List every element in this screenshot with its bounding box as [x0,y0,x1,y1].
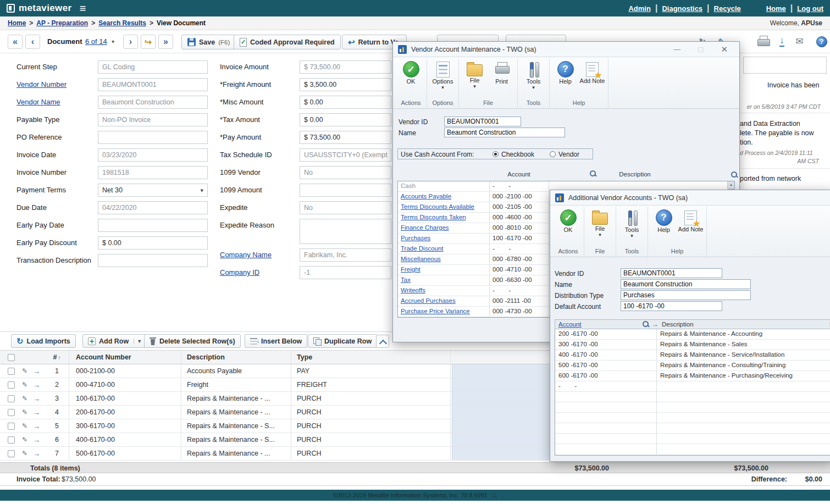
email-button[interactable] [793,35,806,48]
recycle-link[interactable]: Recycle [714,4,741,13]
edit-row-icon[interactable] [22,450,27,457]
account-cell[interactable]: 600 -6170 -00 [555,371,657,381]
vendor-number-link[interactable]: Vendor Number [16,80,67,88]
account-cell[interactable]: 000 -6780 -00 [490,254,549,264]
download-button[interactable] [775,35,789,48]
default-account-field[interactable]: 100 -6170 -00 [621,301,722,311]
payment-terms-select[interactable]: Net 30 [98,184,208,197]
scroll-up-icon[interactable] [728,181,734,188]
row-checkbox[interactable] [8,436,15,444]
row-checkbox[interactable] [8,368,15,375]
breadcrumb-home[interactable]: Home [8,19,26,27]
menu-icon[interactable] [80,3,86,14]
invoice-date-field[interactable]: 03/23/2020 [98,148,208,162]
name-field[interactable]: Beaumont Construction [621,279,751,289]
description-cell[interactable] [657,381,830,391]
account-cell[interactable]: 500 -6170 -00 [555,361,657,370]
row-checkbox[interactable] [8,409,15,416]
due-date-field[interactable]: 04/22/2020 [98,201,208,214]
edit-row-icon[interactable] [22,381,27,389]
logout-link[interactable]: Log out [797,4,823,13]
row-number-header[interactable]: # [53,353,61,361]
goto-row-icon[interactable] [33,381,40,389]
home-link[interactable]: Home [766,4,786,13]
account-cell[interactable]: 100 -6170 -00 [490,234,549,243]
description-cell[interactable]: Repairs & Maintenance - Consulting/Train… [657,361,830,370]
file-button[interactable]: File [462,60,488,88]
account-type-link[interactable]: Purchases [401,235,430,241]
collapse-grid-button[interactable] [376,335,389,348]
account-cell[interactable]: 000 -6630 -00 [490,275,549,285]
description-cell[interactable]: Repairs & Maintenance - Sales [657,340,830,350]
edit-row-icon[interactable] [22,367,27,375]
select-all-checkbox[interactable] [8,354,15,361]
window-title-bar[interactable]: Vendor Account Maintenance - TWO (sa) [393,42,739,57]
last-document-button[interactable]: » [158,35,173,49]
ok-button[interactable]: OK [398,60,424,85]
company-id-field[interactable]: -1 [300,266,391,279]
duplicate-row-button[interactable]: Duplicate Row [308,334,377,348]
minimize-button[interactable] [673,45,680,53]
account-column-link[interactable]: Account [558,321,582,328]
vendor-name-field[interactable]: Beaumont Construction [98,96,208,109]
company-name-field[interactable]: Fabrikam, Inc. [300,248,391,262]
invoice-amount-field[interactable]: $ 73,500.00 [300,60,391,74]
brand[interactable]: metaviewer [7,3,72,14]
account-cell[interactable]: 400 -6170 -00 [555,350,657,360]
vendor-id-field[interactable]: BEAUMONT0001 [621,268,722,278]
file-button[interactable]: File [587,208,613,237]
distribution-type-field[interactable]: Purchases [621,290,751,300]
account-cell[interactable]: - - [490,181,549,191]
help-button[interactable]: Help [651,208,677,233]
account-type-link[interactable]: Trade Discount [401,245,444,252]
chevron-down-icon[interactable] [112,38,114,45]
account-lookup-icon[interactable] [642,320,650,328]
delete-selected-rows-button[interactable]: Delete Selected Row(s) [144,334,241,348]
vendor-radio[interactable] [550,151,556,157]
goto-row-icon[interactable] [33,367,40,375]
expedite-field[interactable]: No [300,201,391,214]
1099-amount-field[interactable] [300,184,391,197]
maximize-button[interactable] [698,45,703,54]
account-cell[interactable]: 000 -2111 -00 [490,296,549,306]
po-reference-field[interactable] [98,131,208,144]
goto-row-icon[interactable] [33,395,40,403]
print-button[interactable]: Print [489,60,514,85]
edit-row-icon[interactable] [22,436,27,444]
account-type-link[interactable]: Freight [401,266,420,273]
first-document-button[interactable]: « [8,35,23,49]
previous-document-button[interactable]: ‹ [25,35,40,49]
account-cell[interactable]: - - [490,286,549,296]
account-cell[interactable]: - - [555,381,657,391]
expedite-reason-field[interactable] [300,219,391,244]
annotation-field[interactable] [743,57,827,74]
account-type-link[interactable]: Terms Discounts Taken [401,214,466,220]
row-checkbox[interactable] [8,423,15,430]
misc-amount-field[interactable]: $ 0.00 [300,96,391,109]
edit-row-icon[interactable] [22,395,27,402]
account-cell[interactable]: 200 -6170 -00 [555,329,657,339]
next-document-button[interactable]: › [123,35,138,49]
ok-button[interactable]: OK [555,208,581,233]
account-type-link[interactable]: Miscellaneous [401,256,441,262]
help-button[interactable]: Help [552,60,578,85]
row-checkbox[interactable] [8,381,15,389]
save-button[interactable]: Save(F6) [181,35,236,49]
account-cell[interactable]: 000 -4730 -00 [490,307,549,317]
close-button[interactable] [721,45,728,54]
early-pay-date-field[interactable] [98,219,208,232]
transaction-description-field[interactable] [98,254,208,267]
vendor-name-link[interactable]: Vendor Name [16,98,60,106]
goto-row-icon[interactable] [33,450,40,458]
vendor-number-field[interactable]: BEAUMONT0001 [98,78,208,91]
type-header[interactable]: Type [294,351,451,364]
print-button[interactable] [756,35,770,48]
current-step-field[interactable]: GL Coding [98,60,208,74]
pay-amount-field[interactable]: $ 73,500.00 [300,131,391,144]
account-type-link[interactable]: Tax [401,276,411,283]
insert-below-button[interactable]: Insert Below [245,334,307,348]
description-cell[interactable]: Repairs & Maintenance - Service/Installa… [657,350,830,360]
company-id-link[interactable]: Company ID [220,268,259,276]
invoice-number-field[interactable]: 1981518 [98,166,208,179]
row-checkbox[interactable] [8,395,15,402]
